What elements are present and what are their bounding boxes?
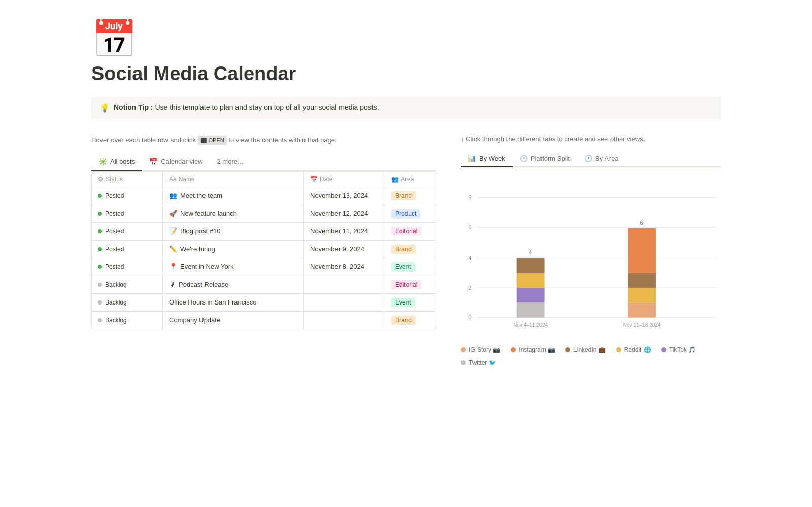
bar-week2-instagram: [628, 228, 656, 273]
status-dot: [98, 265, 102, 269]
status-col-icon: ⚙: [98, 176, 104, 183]
area-tag: Brand: [391, 191, 416, 200]
table-row[interactable]: Backlog🎙Podcast ReleaseEditorial: [92, 276, 436, 294]
date-cell-6: [304, 294, 385, 311]
area-tag: Editorial: [391, 227, 421, 236]
table-tabs: ✳️ All posts 📅 Calendar view 2 more...: [91, 154, 436, 171]
instagram-label: Instagram 📷: [519, 346, 555, 353]
tab-calendar-view[interactable]: 📅 Calendar view: [142, 154, 210, 171]
row-name: Event in New York: [180, 263, 234, 271]
row-emoji: ✏️: [169, 245, 177, 253]
table-row[interactable]: Posted✏️We're hiringNovember 9, 2024Bran…: [92, 241, 436, 258]
page-container: 📅 Social Media Calendar 💡 Notion Tip : U…: [51, 0, 761, 387]
area-cell-3: Brand: [385, 241, 436, 258]
legend-igstory: IG Story 📷: [461, 346, 500, 353]
date-cell-0: November 13, 2024: [304, 187, 385, 205]
tab-by-week[interactable]: 📊 By Week: [461, 151, 513, 167]
x-label-week2: Nov 11–18 2024: [623, 322, 661, 328]
row-name: Meet the team: [180, 192, 222, 199]
table-row[interactable]: Posted👥Meet the teamNovember 13, 2024Bra…: [92, 187, 436, 205]
tip-content: Notion Tip : Use this template to plan a…: [114, 103, 379, 111]
posts-table: ⚙ Status Aa Name 📅 Date 👥 Area: [91, 171, 436, 329]
chart-tabs: 📊 By Week 🕐 Platform Split 🕐 By Area: [461, 151, 721, 167]
table-row[interactable]: Posted📝Blog post #10November 11, 2024Edi…: [92, 223, 436, 241]
date-cell-4: November 8, 2024: [304, 258, 385, 276]
status-dot: [98, 318, 102, 322]
legend-reddit: Reddit 🌐: [616, 346, 651, 353]
tiktok-label: TikTok 🎵: [669, 346, 696, 353]
status-cell-5: Backlog: [92, 276, 163, 293]
row-emoji: 🚀: [169, 210, 177, 217]
table-row[interactable]: Posted📍Event in New YorkNovember 8, 2024…: [92, 258, 436, 276]
y-label-0: 0: [468, 314, 471, 320]
table-instruction: Hover over each table row and click ⬛ OP…: [91, 135, 436, 146]
table-row[interactable]: Posted🚀New feature launchNovember 12, 20…: [92, 205, 436, 223]
tip-icon: 💡: [99, 103, 110, 113]
name-col-label: Name: [179, 176, 195, 183]
table-body: Posted👥Meet the teamNovember 13, 2024Bra…: [92, 187, 436, 329]
name-col-icon: Aa: [169, 176, 177, 183]
name-cell-4: 📍Event in New York: [163, 258, 304, 276]
reddit-dot: [616, 347, 621, 352]
row-name: Podcast Release: [179, 281, 228, 288]
table-row[interactable]: BacklogOffice Hours in San FranciscoEven…: [92, 294, 436, 312]
twitter-label: Twitter 🐦: [469, 359, 496, 366]
bar-week2-linkedin: [628, 273, 656, 288]
tab-all-posts[interactable]: ✳️ All posts: [91, 154, 142, 171]
tab-platform-split[interactable]: 🕐 Platform Split: [513, 151, 577, 167]
name-cell-7: Company Update: [163, 312, 304, 329]
area-tag: Editorial: [391, 280, 421, 289]
table-row[interactable]: BacklogCompany UpdateBrand: [92, 312, 436, 329]
name-cell-3: ✏️We're hiring: [163, 241, 304, 258]
page-icon: 📅: [91, 20, 721, 57]
by-area-label: By Area: [595, 155, 619, 162]
area-cell-6: Event: [385, 294, 436, 311]
by-week-icon: 📊: [468, 155, 476, 162]
status-text: Posted: [105, 210, 124, 217]
tab-by-area[interactable]: 🕐 By Area: [577, 151, 626, 167]
y-label-6: 6: [468, 224, 471, 230]
bar-week1-tiktok: [517, 288, 545, 302]
row-emoji: 📍: [169, 263, 177, 271]
status-cell-7: Backlog: [92, 312, 163, 329]
date-cell-2: November 11, 2024: [304, 223, 385, 240]
right-panel: ↓ Click through the different tabs to cr…: [461, 135, 721, 366]
linkedin-dot: [565, 347, 570, 352]
all-posts-icon: ✳️: [98, 158, 107, 166]
area-cell-0: Brand: [385, 187, 436, 205]
date-col-label: Date: [320, 176, 332, 183]
status-cell-2: Posted: [92, 223, 163, 240]
row-emoji: 📝: [169, 227, 177, 235]
status-dot: [98, 283, 102, 287]
y-label-4: 4: [468, 255, 471, 261]
legend-linkedin: LinkedIn 💼: [565, 346, 606, 353]
status-dot: [98, 300, 102, 305]
bar-week1-linkedin: [517, 258, 545, 273]
tiktok-dot: [661, 347, 666, 352]
row-name: Office Hours in San Francisco: [169, 298, 256, 306]
status-dot: [98, 212, 102, 216]
reddit-label: Reddit 🌐: [624, 346, 651, 353]
date-cell-3: November 9, 2024: [304, 241, 385, 258]
status-cell-1: Posted: [92, 205, 163, 222]
status-text: Posted: [105, 263, 124, 271]
content-area: Hover over each table row and click ⬛ OP…: [91, 135, 721, 366]
open-badge: ⬛ OPEN: [198, 136, 227, 146]
bar-week2-reddit: [628, 288, 656, 302]
status-cell-3: Posted: [92, 241, 163, 258]
area-col-icon: 👥: [391, 176, 399, 183]
area-cell-1: Product: [385, 205, 436, 222]
area-tag: Event: [391, 262, 415, 272]
area-col-label: Area: [401, 176, 414, 183]
tab-more[interactable]: 2 more...: [210, 154, 250, 171]
status-text: Posted: [105, 228, 124, 235]
legend-tiktok: TikTok 🎵: [661, 346, 696, 353]
instagram-dot: [511, 347, 516, 352]
tab-more-label: 2 more...: [217, 158, 243, 165]
bar-week1-label: 4: [529, 249, 532, 255]
status-dot: [98, 247, 102, 251]
bar-week2-igstory: [628, 302, 656, 317]
status-text: Backlog: [105, 317, 127, 324]
row-emoji: 🎙: [169, 281, 176, 288]
left-panel: Hover over each table row and click ⬛ OP…: [91, 135, 436, 329]
